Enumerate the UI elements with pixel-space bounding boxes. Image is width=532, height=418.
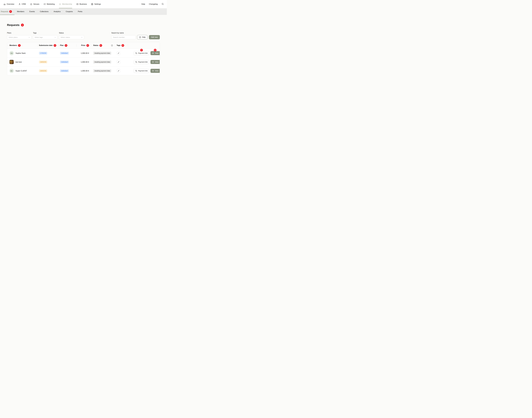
filters-bar: Plans Select plans Tags Select tags Stat… [7, 32, 160, 39]
tags-filter: Tags Select tags [33, 32, 58, 39]
tab-label: Events [29, 11, 35, 12]
status-select-placeholder: Select status [60, 36, 70, 38]
status-cell: Awaiting payment data [91, 52, 117, 55]
callout-badge-7: 7 [140, 49, 143, 51]
requests-page: Requests 3 Plans Select plans Tags Selec… [0, 23, 167, 75]
table-row: test test 16/02/26 Individuel 1,000.00 €… [7, 58, 160, 66]
nav-item-overview[interactable]: Overview [3, 0, 14, 8]
person-icon [19, 3, 21, 5]
copy-icon [135, 52, 137, 54]
status-badge: Awaiting payment data [93, 60, 111, 64]
view-label: View [155, 61, 158, 63]
search-member-input[interactable] [111, 35, 136, 39]
changelog-link[interactable]: Changelog [149, 3, 158, 5]
tab-label: Requests [1, 11, 8, 12]
search-by-name-label: Search by name [111, 32, 136, 34]
requests-table: Members 1 Submission date 2 Plan 3 Price… [7, 42, 160, 75]
add-new-button[interactable]: Add new [149, 35, 160, 39]
actions-cell: Payment link View [129, 60, 160, 64]
view-label: View [155, 70, 158, 72]
nav-item-label: Overview [7, 3, 14, 5]
nav-item-label: Marketing [47, 3, 55, 5]
submission-date-cell: 16/02/26 [39, 61, 60, 63]
payment-link-label: Payment link [138, 61, 148, 63]
nav-item-venues[interactable]: Venues [30, 0, 39, 8]
view-label: View [155, 52, 158, 54]
status-badge: Awaiting payment data [93, 69, 111, 72]
plan-badge: Individuel [60, 52, 69, 55]
edit-tags-button[interactable] [117, 51, 120, 55]
view-button[interactable]: View [150, 51, 160, 55]
top-nav-right: Help Changelog [141, 0, 164, 8]
edit-tags-button[interactable] [117, 69, 120, 73]
page-title-row: Requests 3 [7, 23, 160, 27]
avatar-initials: SC [11, 70, 13, 72]
tab-members[interactable]: Members [14, 8, 27, 15]
tab-perks[interactable]: Perks [75, 8, 85, 15]
status-select[interactable]: Select status [59, 35, 84, 39]
payment-link-button[interactable]: Payment link [134, 60, 149, 64]
page-title-count-badge: 3 [21, 23, 24, 26]
nav-item-label: Membership [62, 3, 72, 5]
table-row: SC Super CLIENT 16/02/26 Individuel 1,00… [7, 66, 160, 75]
nav-item-business[interactable]: Business [76, 0, 87, 8]
member-name: Sophie Stark [15, 52, 25, 54]
payment-link-button[interactable]: Payment link [134, 51, 149, 55]
status-cell: Awaiting payment data [91, 60, 117, 64]
nav-item-label: Venues [33, 3, 39, 5]
column-header-submission-date: Submission date 2 [39, 42, 60, 49]
gear-icon [91, 3, 93, 5]
search-icon[interactable] [161, 3, 164, 5]
tags-cell [117, 60, 129, 64]
tab-analytics[interactable]: Analytics [51, 8, 63, 15]
nav-item-label: Settings [94, 3, 101, 5]
tags-cell [117, 69, 129, 73]
column-header-members: Members 1 [10, 42, 39, 49]
tab-coupons[interactable]: Coupons [63, 8, 75, 15]
help-button-label: Help [142, 36, 145, 38]
tab-label: Coupons [66, 11, 73, 12]
submission-date-cell: 17/02/26 [39, 52, 60, 55]
nav-item-crm[interactable]: CRM [19, 0, 26, 8]
column-label: Plan [60, 45, 64, 46]
eye-icon [152, 70, 154, 72]
tags-filter-label: Tags [33, 32, 58, 34]
nav-item-settings[interactable]: Settings [91, 0, 101, 8]
tab-requests[interactable]: Requests 3 [0, 8, 14, 15]
info-icon[interactable] [111, 45, 113, 46]
callout-badge-1: 1 [18, 44, 21, 47]
plans-select[interactable]: Select plans [7, 35, 32, 39]
nav-item-marketing[interactable]: Marketing [44, 0, 55, 8]
question-circle-icon [139, 36, 141, 38]
edit-tags-button[interactable] [117, 60, 120, 64]
callout-badge-5: 5 [99, 44, 102, 47]
view-button[interactable]: View [150, 69, 160, 73]
pencil-icon [118, 61, 119, 63]
search-by-name-group: Search by name [111, 32, 136, 39]
tab-label: Members [17, 11, 24, 12]
tags-select[interactable]: Select tags [33, 35, 58, 39]
pencil-icon [118, 52, 119, 54]
avatar: SS [10, 51, 14, 55]
tab-collections[interactable]: Collections [37, 8, 51, 15]
payment-link-button[interactable]: Payment link [134, 69, 149, 73]
tab-events[interactable]: Events [27, 8, 37, 15]
actions-cell: Payment link View [129, 69, 160, 73]
nav-item-membership[interactable]: Membership [59, 0, 72, 8]
callout-badge-6: 6 [121, 44, 124, 47]
home-icon [30, 3, 32, 5]
top-navigation: Overview CRM Venues Marketing Membership… [0, 0, 167, 8]
help-link[interactable]: Help [141, 3, 145, 5]
avatar-photo [10, 60, 14, 64]
membership-sub-navigation: Requests 3 Members Events Collections An… [0, 8, 167, 15]
eye-icon [152, 52, 154, 54]
status-badge: Awaiting payment data [93, 52, 111, 55]
view-button[interactable]: View [150, 60, 160, 64]
plan-badge: Individuel [60, 70, 69, 72]
copy-icon [135, 61, 137, 63]
chevron-down-icon [81, 36, 83, 38]
column-header-actions [129, 42, 160, 49]
nav-item-label: Business [80, 3, 87, 5]
chevron-down-icon [28, 36, 30, 38]
help-button[interactable]: Help [137, 35, 147, 39]
